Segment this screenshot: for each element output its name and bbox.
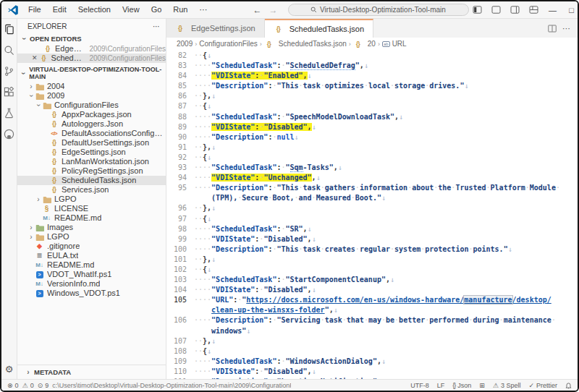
code-line: 96··},↓	[166, 203, 578, 213]
command-center-search[interactable]: Virtual-Desktop-Optimization-Tool-main	[288, 4, 469, 16]
manage-gear-icon[interactable]: ⚙	[4, 363, 15, 375]
notifications-bell-icon[interactable]	[565, 382, 572, 389]
tree-item-windows_vdot.ps1[interactable]: >Windows_VDOT.ps1	[17, 289, 166, 298]
tree-item-.gitignore[interactable]: ◆.gitignore	[17, 242, 166, 251]
menu-run[interactable]: Run	[168, 4, 193, 16]
breadcrumb-item[interactable]: {}ScheduledTasks.json	[264, 40, 347, 48]
chevron-down-icon: ›	[34, 102, 43, 109]
line-number: 82	[166, 51, 194, 61]
open-editors-section[interactable]: › OPEN EDITORS	[17, 33, 166, 44]
line-number: 104	[166, 285, 194, 295]
language-mode[interactable]: {}Json	[452, 382, 471, 389]
sidebar-more-icon[interactable]: ⋯	[153, 22, 160, 30]
nav-back-button[interactable]: ←	[253, 5, 262, 15]
folder-icon	[35, 83, 44, 90]
maximize-button[interactable]: □	[563, 3, 579, 17]
close-icon[interactable]: ✕	[32, 54, 38, 63]
minimize-button[interactable]: —	[544, 3, 562, 17]
breadcrumb-item[interactable]: abURL	[382, 40, 407, 48]
tree-item-images[interactable]: ›Images	[17, 223, 166, 232]
tab-ScheduledTasks.json[interactable]: {}ScheduledTasks.json	[265, 19, 373, 38]
formatter-status[interactable]: ✓Prettier	[528, 382, 557, 389]
problems-warnings[interactable]: ⚠0	[22, 382, 34, 389]
line-number: 100	[166, 244, 194, 255]
line-number: 108	[166, 346, 194, 357]
tree-item-2009[interactable]: ›2009	[17, 91, 166, 101]
line-number: 89	[166, 122, 194, 132]
eol-indicator[interactable]: LF	[437, 382, 445, 389]
tree-item-versioninfo.md[interactable]: M↓VersionInfo.md	[17, 279, 166, 289]
project-section[interactable]: › VIRTUAL-DESKTOP-OPTIMIZATION-TOOL-MAIN	[17, 64, 166, 82]
breadcrumb-item[interactable]: {}20	[353, 40, 376, 48]
tree-item-lanmanworkstation.json[interactable]: {}LanManWorkstation.json	[17, 157, 166, 166]
open-editor-item[interactable]: ✕ {}ScheduledTasks.json2009\Configuratio…	[17, 54, 166, 63]
editor-more-actions-icon[interactable]: ⋯	[562, 24, 570, 33]
code-line: 82··{↓	[166, 51, 578, 61]
tree-item-defaultassociationsconfiguration.xml[interactable]: </>DefaultAssociationsConfiguration.xml	[17, 129, 166, 138]
encoding-indicator[interactable]: UTF-8	[410, 382, 429, 389]
chevron-right-icon: ›	[25, 368, 32, 376]
tree-item-configurationfiles[interactable]: ›ConfigurationFiles	[17, 101, 166, 110]
menu-⋯[interactable]: ⋯	[195, 4, 213, 16]
toggle-sidebar-icon[interactable]	[469, 3, 486, 17]
open-editors-label: OPEN EDITORS	[30, 35, 82, 43]
pending-tasks[interactable]: ⊙9	[38, 382, 49, 389]
code-line: 98····"ScheduledTask":·"SR",↓	[166, 224, 578, 234]
tree-item-readme.md[interactable]: M↓README.md	[17, 260, 166, 270]
explorer-sidebar: EXPLORER ⋯ › OPEN EDITORS {}EdgeSettings…	[17, 19, 166, 379]
folder-icon	[35, 234, 44, 241]
tree-item-autologgers.json[interactable]: {}Autologgers.Json	[17, 119, 166, 129]
code-line: 103····"ScheduledTask":·"StartComponentC…	[166, 275, 578, 285]
spell-checker-status[interactable]: ⚠3 Spell	[493, 382, 521, 389]
tree-item-lgpo[interactable]: ›LGPO	[17, 232, 166, 242]
extensions-icon[interactable]	[4, 86, 15, 98]
breadcrumb-item[interactable]: ConfigurationFiles	[199, 40, 258, 48]
metadata-label: METADATA	[34, 368, 71, 376]
breadcrumb: 2009›ConfigurationFiles›{}ScheduledTasks…	[166, 38, 578, 50]
error-icon: ⊗	[7, 382, 13, 389]
menu-file[interactable]: File	[23, 4, 46, 16]
problems-errors[interactable]: ⊗0	[7, 382, 19, 389]
split-editor-icon[interactable]	[548, 25, 557, 33]
toggle-panel-icon[interactable]	[488, 3, 505, 17]
menu-view[interactable]: View	[117, 4, 145, 16]
code-editor[interactable]: 82··{↓83····"ScheduledTask":·"ScheduledD…	[166, 50, 578, 379]
tree-item-readme.md[interactable]: M↓README.md	[17, 213, 166, 223]
open-editor-item[interactable]: {}EdgeSettings.json2009\ConfigurationFil…	[17, 44, 166, 54]
tree-item-license[interactable]: §LICENSE	[17, 204, 166, 213]
menu-selection[interactable]: Selection	[73, 4, 116, 16]
github-icon[interactable]	[4, 128, 15, 140]
tree-item-vdot_whatif.ps1[interactable]: >VDOT_WhatIf.ps1	[17, 270, 166, 279]
file-tree: ›2004 ›2009 ›ConfigurationFiles {}AppxPa…	[17, 82, 166, 298]
explorer-icon[interactable]	[4, 23, 15, 35]
search-view-icon[interactable]	[4, 44, 15, 56]
tree-item-appxpackages.json[interactable]: {}AppxPackages.json	[17, 110, 166, 119]
grid-icon[interactable]: ⊞	[479, 382, 485, 389]
breadcrumb-item[interactable]: 2009	[177, 40, 193, 48]
tab-EdgeSettings.json[interactable]: {}EdgeSettings.json	[166, 19, 265, 38]
menu-bar: FileEditSelectionViewGoRun⋯	[23, 4, 213, 16]
menu-edit[interactable]: Edit	[48, 4, 72, 16]
code-line: 83····"ScheduledTask":·"ScheduledDefrag"…	[166, 61, 578, 71]
tree-item-policyregsettings.json[interactable]: {}PolicyRegSettings.json	[17, 166, 166, 176]
tree-item-services.json[interactable]: {}Services.json	[17, 185, 166, 195]
customize-layout-icon[interactable]	[525, 3, 543, 17]
tree-item-2004[interactable]: ›2004	[17, 82, 166, 91]
code-line: 84····"VDIState":·"Enabled",↓	[166, 71, 578, 81]
tab-bar: {}EdgeSettings.json {}ScheduledTasks.jso…	[166, 19, 578, 38]
chevron-right-icon: ›	[28, 223, 35, 232]
testing-icon[interactable]	[4, 107, 15, 119]
tree-item-scheduledtasks.json[interactable]: {}ScheduledTasks.json	[17, 176, 166, 185]
sidebar-title: EXPLORER	[28, 22, 67, 30]
menu-go[interactable]: Go	[146, 4, 167, 16]
metadata-section[interactable]: › METADATA	[17, 365, 166, 379]
line-number: 88	[166, 112, 194, 122]
toggle-secondary-sidebar-icon[interactable]	[507, 3, 524, 17]
nav-forward-button[interactable]: →	[269, 5, 278, 15]
tree-item-defaultusersettings.json[interactable]: {}DefaultUserSettings.json	[17, 138, 166, 148]
tree-item-edgesettings.json[interactable]: {}EdgeSettings.json	[17, 148, 166, 157]
source-control-icon[interactable]	[4, 65, 15, 77]
json-file-icon: {}	[49, 166, 59, 176]
tree-item-eula.txt[interactable]: ≣EULA.txt	[17, 251, 166, 260]
tree-item-lgpo[interactable]: ›LGPO	[17, 195, 166, 204]
